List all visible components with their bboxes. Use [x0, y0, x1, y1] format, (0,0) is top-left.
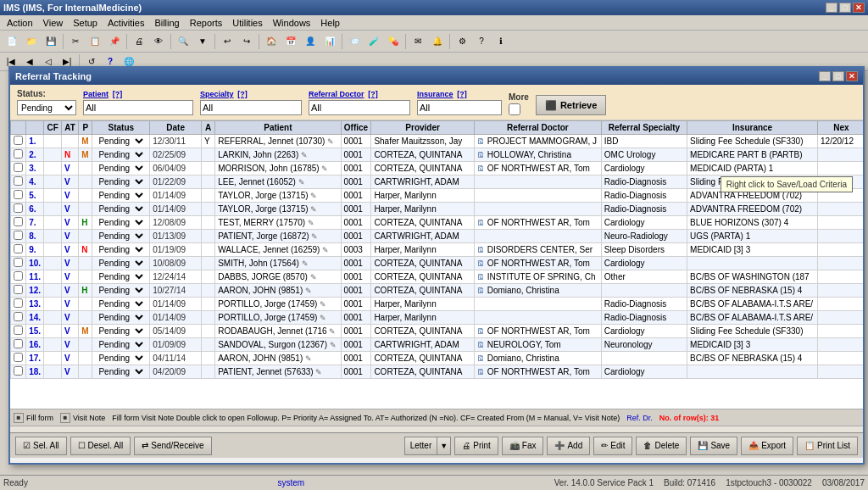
status-inline-select[interactable]: Pending: [95, 258, 146, 269]
patient-edit-icon[interactable]: ✎: [320, 300, 326, 309]
status-cell[interactable]: Pending: [92, 175, 150, 189]
col-insurance[interactable]: Insurance: [687, 121, 818, 135]
referral-table-container[interactable]: CF AT P Status Date A Patient Office Pro…: [10, 120, 863, 409]
table-row[interactable]: 2. N M Pending 02/25/09 LARKIN, John (22…: [11, 148, 864, 162]
home-btn[interactable]: 🏠: [262, 32, 281, 51]
row-checkbox[interactable]: [14, 231, 23, 240]
row-checkbox[interactable]: [14, 217, 23, 226]
status-cell[interactable]: Pending: [92, 135, 150, 148]
status-inline-select[interactable]: Pending: [95, 203, 146, 214]
visit-note-icon[interactable]: ■: [60, 413, 70, 423]
row-checkbox[interactable]: [14, 285, 23, 294]
status-cell[interactable]: Pending: [92, 311, 150, 325]
patient-edit-icon[interactable]: ✎: [305, 354, 312, 363]
fill-form-icon[interactable]: ■: [14, 413, 24, 423]
status-cell[interactable]: Pending: [92, 230, 150, 243]
status-select[interactable]: Pending All Completed: [17, 100, 76, 115]
row-checkbox[interactable]: [14, 149, 23, 159]
export-button[interactable]: 📤 Export: [741, 437, 793, 455]
table-row[interactable]: 9. V N Pending 01/19/09 WALLACE, Jennet …: [11, 243, 864, 257]
print-tb-btn[interactable]: 🖨: [130, 32, 148, 51]
patient-edit-icon[interactable]: ✎: [327, 137, 334, 146]
status-inline-select[interactable]: Pending: [95, 149, 146, 160]
patient-edit-icon[interactable]: ✎: [311, 232, 318, 241]
col-p[interactable]: P: [79, 121, 92, 135]
sel-all-button[interactable]: ☑ Sel. All: [15, 437, 67, 455]
status-cell[interactable]: Pending: [92, 257, 150, 270]
status-cell[interactable]: Pending: [92, 270, 150, 284]
status-inline-select[interactable]: Pending: [95, 339, 146, 350]
row-checkbox[interactable]: [14, 298, 23, 308]
minimize-btn[interactable]: _: [826, 3, 837, 13]
specialty-filter-input[interactable]: [200, 100, 302, 115]
paste-btn[interactable]: 📌: [105, 32, 124, 51]
patient-edit-icon[interactable]: ✎: [308, 219, 314, 227]
status-cell[interactable]: Pending: [92, 148, 150, 162]
status-cell[interactable]: Pending: [92, 352, 150, 365]
ref-close-btn[interactable]: ✕: [846, 71, 858, 81]
col-provider[interactable]: Provider: [371, 121, 475, 135]
status-inline-select[interactable]: Pending: [95, 231, 146, 242]
patient-edit-icon[interactable]: ✎: [301, 151, 308, 159]
table-row[interactable]: 10. V Pending 10/08/09 SMITH, John (1756…: [11, 257, 864, 270]
patient-edit-icon[interactable]: ✎: [298, 178, 305, 187]
retrieve-button[interactable]: ⬛ Retrieve: [536, 95, 606, 115]
patient-btn[interactable]: 👤: [301, 32, 320, 51]
menu-activities[interactable]: Activities: [103, 17, 149, 29]
col-num[interactable]: [26, 121, 44, 135]
referral-btn[interactable]: 📨: [345, 32, 364, 51]
status-cell[interactable]: Pending: [92, 365, 150, 379]
status-cell[interactable]: Pending: [92, 216, 150, 230]
patient-edit-icon[interactable]: ✎: [305, 287, 312, 295]
col-next[interactable]: Nex: [818, 121, 863, 135]
col-at[interactable]: AT: [61, 121, 78, 135]
info-btn[interactable]: ℹ: [492, 32, 510, 51]
status-cell[interactable]: Pending: [92, 338, 150, 352]
status-inline-select[interactable]: Pending: [95, 285, 146, 296]
status-cell[interactable]: Pending: [92, 243, 150, 257]
patient-edit-icon[interactable]: ✎: [310, 192, 317, 200]
status-cell[interactable]: Pending: [92, 203, 150, 216]
desel-all-button[interactable]: ☐ Desel. All: [70, 437, 131, 455]
col-cf[interactable]: CF: [44, 121, 62, 135]
status-inline-select[interactable]: Pending: [95, 163, 146, 174]
menu-billing[interactable]: Billing: [149, 17, 184, 29]
row-checkbox[interactable]: [14, 244, 23, 253]
redo-btn[interactable]: ↪: [237, 32, 256, 51]
status-cell[interactable]: Pending: [92, 284, 150, 298]
status-inline-select[interactable]: Pending: [95, 298, 146, 309]
status-inline-select[interactable]: Pending: [95, 366, 146, 377]
h-scrollbar[interactable]: [10, 426, 863, 432]
letter-button[interactable]: Letter: [404, 437, 438, 455]
msg-btn[interactable]: ✉: [409, 32, 427, 51]
patient-edit-icon[interactable]: ✎: [302, 259, 309, 268]
status-inline-select[interactable]: Pending: [95, 136, 146, 147]
save-tb-btn[interactable]: 💾: [42, 32, 60, 51]
status-cell[interactable]: Pending: [92, 298, 150, 311]
close-btn[interactable]: ✕: [853, 3, 865, 13]
table-row[interactable]: 12. V H Pending 10/27/14 AARON, JOHN (98…: [11, 284, 864, 298]
row-checkbox[interactable]: [14, 163, 23, 172]
filter-btn[interactable]: ▼: [193, 32, 212, 51]
row-checkbox[interactable]: [14, 176, 23, 186]
patient-edit-icon[interactable]: ✎: [330, 341, 337, 349]
status-cell[interactable]: Pending: [92, 189, 150, 203]
edit-button[interactable]: ✏ Edit: [593, 437, 632, 455]
status-inline-select[interactable]: Pending: [95, 217, 146, 228]
table-row[interactable]: 1. M Pending 12/30/11 Y REFERRAL, Jennet…: [11, 135, 864, 148]
patient-edit-icon[interactable]: ✎: [322, 246, 329, 254]
alert-btn[interactable]: 🔔: [428, 32, 447, 51]
col-patient[interactable]: Patient: [215, 121, 341, 135]
row-checkbox[interactable]: [14, 136, 23, 145]
col-status[interactable]: Status: [92, 121, 150, 135]
row-checkbox[interactable]: [14, 190, 23, 199]
menu-utilities[interactable]: Utilities: [227, 17, 267, 29]
col-select[interactable]: [11, 121, 26, 135]
row-checkbox[interactable]: [14, 258, 23, 267]
chart-btn[interactable]: 📊: [320, 32, 339, 51]
menu-help[interactable]: Help: [315, 17, 345, 29]
new-btn[interactable]: 📄: [3, 32, 21, 51]
add-button[interactable]: ➕ Add: [547, 437, 590, 455]
status-inline-select[interactable]: Pending: [95, 353, 146, 364]
status-inline-select[interactable]: Pending: [95, 312, 146, 323]
